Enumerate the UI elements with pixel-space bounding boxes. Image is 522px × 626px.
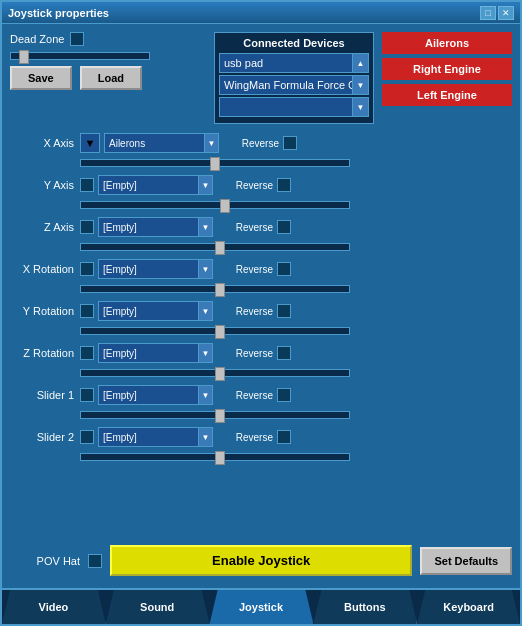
slider2-reverse-checkbox[interactable] bbox=[277, 430, 291, 444]
tab-bar: Video Sound Joystick Buttons Keyboard bbox=[2, 588, 520, 624]
y-axis-value: [Empty] bbox=[99, 180, 198, 191]
deadzone-slider[interactable] bbox=[10, 52, 150, 60]
y-axis-row: Y Axis [Empty] ▼ Reverse bbox=[10, 174, 512, 196]
slider1-dropdown[interactable]: [Empty] ▼ bbox=[98, 385, 213, 405]
x-axis-slider-row bbox=[10, 156, 512, 170]
device-down-arrow-wingman[interactable]: ▼ bbox=[352, 76, 368, 94]
slider2-thumb[interactable] bbox=[215, 451, 225, 465]
slider1-slider[interactable] bbox=[80, 411, 350, 419]
device-dropdown-wingman[interactable]: WingMan Formula Force GP ▼ bbox=[219, 75, 369, 95]
y-axis-reverse-checkbox[interactable] bbox=[277, 178, 291, 192]
slider2-arrow[interactable]: ▼ bbox=[198, 428, 212, 446]
load-button[interactable]: Load bbox=[80, 66, 142, 90]
z-axis-arrow[interactable]: ▼ bbox=[198, 218, 212, 236]
z-axis-reverse-checkbox[interactable] bbox=[277, 220, 291, 234]
x-rotation-reverse-checkbox[interactable] bbox=[277, 262, 291, 276]
z-rotation-reverse-label: Reverse bbox=[229, 348, 273, 359]
deadzone-checkbox[interactable] bbox=[70, 32, 84, 46]
y-rotation-thumb[interactable] bbox=[215, 325, 225, 339]
slider2-dropdown[interactable]: [Empty] ▼ bbox=[98, 427, 213, 447]
z-rotation-checkbox[interactable] bbox=[80, 346, 94, 360]
slider1-checkbox[interactable] bbox=[80, 388, 94, 402]
device-dropdown-usb[interactable]: usb pad ▲ bbox=[219, 53, 369, 73]
x-axis-thumb[interactable] bbox=[210, 157, 220, 171]
x-axis-slider[interactable] bbox=[80, 159, 350, 167]
z-rotation-reverse-checkbox[interactable] bbox=[277, 346, 291, 360]
z-axis-thumb[interactable] bbox=[215, 241, 225, 255]
device-usb-text: usb pad bbox=[220, 57, 352, 69]
z-rotation-thumb[interactable] bbox=[215, 367, 225, 381]
x-axis-icon[interactable]: ▼ bbox=[80, 133, 100, 153]
y-rotation-arrow[interactable]: ▼ bbox=[198, 302, 212, 320]
y-rotation-reverse-checkbox[interactable] bbox=[277, 304, 291, 318]
z-axis-row: Z Axis [Empty] ▼ Reverse bbox=[10, 216, 512, 238]
x-rotation-slider-row bbox=[10, 282, 512, 296]
z-rotation-arrow[interactable]: ▼ bbox=[198, 344, 212, 362]
slider2-slider-row bbox=[10, 450, 512, 464]
tab-video[interactable]: Video bbox=[2, 590, 106, 624]
slider1-value: [Empty] bbox=[99, 390, 198, 401]
deadzone-thumb[interactable] bbox=[19, 50, 29, 64]
main-content: Dead Zone Save Load Connected Devices us bbox=[2, 24, 520, 588]
slider1-thumb[interactable] bbox=[215, 409, 225, 423]
y-rotation-checkbox[interactable] bbox=[80, 304, 94, 318]
set-defaults-button[interactable]: Set Defaults bbox=[420, 547, 512, 575]
z-rotation-slider[interactable] bbox=[80, 369, 350, 377]
tab-sound[interactable]: Sound bbox=[106, 590, 210, 624]
y-axis-slider-row bbox=[10, 198, 512, 212]
ailerons-button[interactable]: Ailerons bbox=[382, 32, 512, 54]
tab-buttons[interactable]: Buttons bbox=[313, 590, 417, 624]
left-engine-button[interactable]: Left Engine bbox=[382, 84, 512, 106]
x-rotation-dropdown[interactable]: [Empty] ▼ bbox=[98, 259, 213, 279]
slider1-reverse-checkbox[interactable] bbox=[277, 388, 291, 402]
slider2-checkbox[interactable] bbox=[80, 430, 94, 444]
y-axis-checkbox[interactable] bbox=[80, 178, 94, 192]
z-rotation-row: Z Rotation [Empty] ▼ Reverse bbox=[10, 342, 512, 364]
device-down-arrow-empty[interactable]: ▼ bbox=[352, 98, 368, 116]
x-axis-value: Ailerons bbox=[105, 138, 204, 149]
axis-section: X Axis ▼ Ailerons ▼ Reverse Y Axis [ bbox=[10, 132, 512, 537]
z-rotation-slider-row bbox=[10, 366, 512, 380]
bottom-section: POV Hat Enable Joystick Set Defaults bbox=[10, 541, 512, 580]
x-rotation-arrow[interactable]: ▼ bbox=[198, 260, 212, 278]
y-rotation-label: Y Rotation bbox=[10, 305, 80, 317]
connected-devices-label: Connected Devices bbox=[219, 37, 369, 49]
minimize-button[interactable]: □ bbox=[480, 6, 496, 20]
slider2-row: Slider 2 [Empty] ▼ Reverse bbox=[10, 426, 512, 448]
x-rotation-checkbox[interactable] bbox=[80, 262, 94, 276]
device-dropdown-empty[interactable]: ▼ bbox=[219, 97, 369, 117]
x-rotation-thumb[interactable] bbox=[215, 283, 225, 297]
pov-hat-checkbox[interactable] bbox=[88, 554, 102, 568]
slider1-reverse-label: Reverse bbox=[229, 390, 273, 401]
slider2-slider[interactable] bbox=[80, 453, 350, 461]
close-button[interactable]: ✕ bbox=[498, 6, 514, 20]
x-rotation-slider[interactable] bbox=[80, 285, 350, 293]
z-axis-checkbox[interactable] bbox=[80, 220, 94, 234]
x-axis-arrow[interactable]: ▼ bbox=[204, 134, 218, 152]
right-engine-button[interactable]: Right Engine bbox=[382, 58, 512, 80]
y-rotation-slider[interactable] bbox=[80, 327, 350, 335]
save-button[interactable]: Save bbox=[10, 66, 72, 90]
tab-joystick[interactable]: Joystick bbox=[210, 590, 314, 624]
y-axis-slider[interactable] bbox=[80, 201, 350, 209]
y-axis-thumb[interactable] bbox=[220, 199, 230, 213]
y-axis-dropdown[interactable]: [Empty] ▼ bbox=[98, 175, 213, 195]
tab-keyboard[interactable]: Keyboard bbox=[417, 590, 520, 624]
z-axis-slider[interactable] bbox=[80, 243, 350, 251]
title-buttons: □ ✕ bbox=[480, 6, 514, 20]
z-rotation-label: Z Rotation bbox=[10, 347, 80, 359]
z-axis-dropdown[interactable]: [Empty] ▼ bbox=[98, 217, 213, 237]
device-wingman-text: WingMan Formula Force GP bbox=[220, 79, 352, 91]
x-axis-dropdown[interactable]: Ailerons ▼ bbox=[104, 133, 219, 153]
pov-hat-label: POV Hat bbox=[10, 555, 80, 567]
y-axis-arrow[interactable]: ▼ bbox=[198, 176, 212, 194]
left-top: Dead Zone Save Load bbox=[10, 32, 206, 124]
z-rotation-dropdown[interactable]: [Empty] ▼ bbox=[98, 343, 213, 363]
enable-joystick-button[interactable]: Enable Joystick bbox=[110, 545, 412, 576]
y-rotation-dropdown[interactable]: [Empty] ▼ bbox=[98, 301, 213, 321]
title-bar: Joystick properties □ ✕ bbox=[2, 2, 520, 24]
slider1-arrow[interactable]: ▼ bbox=[198, 386, 212, 404]
x-rotation-reverse-label: Reverse bbox=[229, 264, 273, 275]
x-axis-reverse-checkbox[interactable] bbox=[283, 136, 297, 150]
device-up-arrow[interactable]: ▲ bbox=[352, 54, 368, 72]
